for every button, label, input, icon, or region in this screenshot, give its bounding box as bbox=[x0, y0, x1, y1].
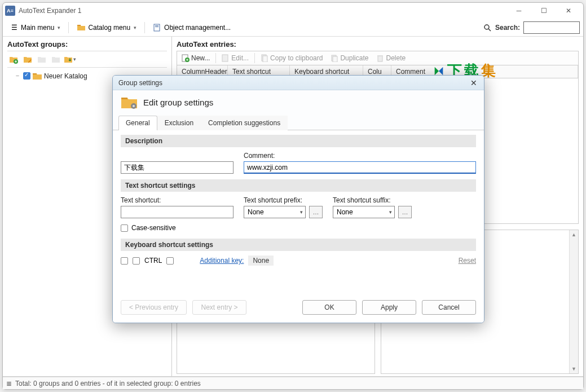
kb-check-1[interactable] bbox=[121, 257, 128, 265]
entries-heading: AutoText entries: bbox=[177, 40, 579, 49]
close-button[interactable]: ✕ bbox=[556, 3, 581, 19]
kb-check-2[interactable] bbox=[133, 257, 140, 265]
new-entry-button[interactable]: New... bbox=[178, 52, 213, 64]
edit-group-button[interactable] bbox=[21, 53, 34, 65]
dialog-heading: Edit group settings bbox=[143, 98, 213, 107]
main-menu[interactable]: ☰ Main menu ▾ bbox=[6, 21, 64, 34]
section-text-shortcut: Text shortcut settings bbox=[121, 179, 476, 192]
svg-point-19 bbox=[133, 105, 135, 107]
tree-item-label: Neuer Katalog bbox=[44, 72, 87, 80]
minimize-button[interactable]: ─ bbox=[506, 3, 531, 19]
dialog-body: Description . Comment: Text shortcut set… bbox=[113, 130, 484, 294]
additional-key-value: None bbox=[248, 256, 274, 266]
group-button-4[interactable] bbox=[50, 53, 62, 65]
ok-button[interactable]: OK bbox=[302, 300, 356, 315]
tab-completion[interactable]: Completion suggestions bbox=[201, 116, 288, 130]
object-management-label: Object management... bbox=[164, 24, 231, 32]
main-menu-label: Main menu bbox=[21, 24, 54, 32]
titlebar: A≡ AutoText Expander 1 ─ ☐ ✕ bbox=[3, 3, 583, 19]
group-settings-dialog: Group settings ✕ Edit group settings Gen… bbox=[112, 75, 484, 323]
groups-toolbar: ▾ bbox=[7, 51, 167, 68]
app-icon: A≡ bbox=[5, 6, 15, 16]
section-description: Description bbox=[121, 135, 476, 147]
delete-label: Delete bbox=[386, 54, 406, 62]
svg-point-4 bbox=[484, 25, 489, 29]
suffix-more-button[interactable]: … bbox=[398, 206, 412, 218]
menubar: ☰ Main menu ▾ Catalog menu ▾ Object mana… bbox=[3, 19, 583, 37]
svg-rect-12 bbox=[263, 56, 267, 62]
prefix-select[interactable]: None▾ bbox=[244, 206, 306, 218]
previous-entry-button[interactable]: < Previous entry bbox=[121, 300, 187, 315]
prefix-more-button[interactable]: … bbox=[309, 206, 323, 218]
additional-key-link[interactable]: Additional key: bbox=[200, 257, 244, 265]
tree-checkbox[interactable] bbox=[23, 72, 30, 80]
group-button-3[interactable] bbox=[36, 53, 48, 65]
dialog-title: Group settings bbox=[116, 79, 467, 87]
case-sensitive-checkbox[interactable] bbox=[121, 224, 128, 232]
status-text: Total: 0 groups and 0 entries - of it in… bbox=[15, 380, 201, 387]
svg-rect-15 bbox=[378, 56, 382, 61]
dialog-buttons: < Previous entry Next entry > OK Apply C… bbox=[113, 294, 484, 323]
catalog-menu[interactable]: Catalog menu ▾ bbox=[73, 21, 140, 34]
svg-rect-1 bbox=[154, 24, 160, 31]
description-input[interactable] bbox=[121, 161, 233, 174]
chevron-down-icon: ▾ bbox=[300, 209, 303, 215]
comment-label: Comment: bbox=[244, 152, 476, 160]
chevron-down-icon: ▾ bbox=[73, 56, 76, 62]
svg-rect-2 bbox=[155, 25, 158, 26]
reset-link[interactable]: Reset bbox=[459, 257, 476, 265]
case-sensitive-label: Case-sensitive bbox=[131, 224, 176, 232]
edit-entry-button[interactable]: Edit... bbox=[218, 52, 252, 64]
scroll-up-icon[interactable]: ▲ bbox=[570, 230, 578, 239]
object-icon bbox=[153, 23, 162, 32]
separator bbox=[68, 22, 69, 33]
chevron-down-icon: ▾ bbox=[134, 25, 136, 30]
text-shortcut-label: Text shortcut: bbox=[121, 196, 233, 204]
section-keyboard: Keyboard shortcut settings bbox=[121, 239, 476, 251]
scrollbar[interactable]: ▲ ▼ bbox=[569, 230, 578, 374]
catalog-menu-label: Catalog menu bbox=[88, 24, 130, 32]
duplicate-button[interactable]: Duplicate bbox=[327, 52, 372, 64]
apply-button[interactable]: Apply bbox=[362, 300, 416, 315]
dialog-close-button[interactable]: ✕ bbox=[467, 77, 481, 89]
catalog-icon bbox=[77, 23, 86, 32]
svg-rect-7 bbox=[33, 73, 37, 74]
group-export-button[interactable]: ▾ bbox=[64, 53, 76, 65]
dialog-tabs: General Exclusion Completion suggestions bbox=[113, 115, 484, 130]
svg-rect-3 bbox=[155, 27, 158, 27]
new-group-button[interactable] bbox=[7, 53, 20, 65]
suffix-value: None bbox=[337, 208, 353, 216]
hamburger-icon: ☰ bbox=[10, 23, 19, 32]
tab-general[interactable]: General bbox=[118, 116, 157, 130]
svg-line-5 bbox=[488, 29, 491, 31]
object-management[interactable]: Object management... bbox=[149, 21, 234, 34]
next-entry-button[interactable]: Next entry > bbox=[192, 300, 246, 315]
delete-button[interactable]: Delete bbox=[373, 52, 409, 64]
duplicate-label: Duplicate bbox=[340, 54, 368, 62]
tree-collapse-icon[interactable]: － bbox=[14, 71, 21, 81]
separator bbox=[144, 22, 145, 33]
svg-rect-17 bbox=[121, 98, 127, 99]
scroll-down-icon[interactable]: ▼ bbox=[570, 364, 578, 373]
dialog-header: Edit group settings bbox=[113, 90, 484, 115]
suffix-label: Text shortcut suffix: bbox=[333, 196, 412, 204]
dialog-titlebar: Group settings ✕ bbox=[113, 76, 484, 90]
window-title: AutoText Expander 1 bbox=[19, 7, 506, 15]
chevron-down-icon: ▾ bbox=[389, 209, 392, 215]
tab-exclusion[interactable]: Exclusion bbox=[157, 116, 201, 130]
groups-heading: AutoText groups: bbox=[7, 40, 167, 49]
new-entry-label: New... bbox=[191, 54, 210, 62]
svg-rect-10 bbox=[222, 55, 228, 61]
kb-check-3[interactable] bbox=[166, 257, 174, 265]
cancel-button[interactable]: Cancel bbox=[422, 300, 476, 315]
text-shortcut-input[interactable] bbox=[121, 206, 233, 218]
maximize-button[interactable]: ☐ bbox=[531, 3, 556, 19]
copy-clipboard-button[interactable]: Copy to clipboard bbox=[257, 52, 326, 64]
comment-input[interactable] bbox=[244, 161, 476, 174]
search-input[interactable] bbox=[523, 21, 580, 34]
chevron-down-icon: ▾ bbox=[58, 25, 60, 30]
folder-icon bbox=[33, 72, 42, 80]
status-icon: ≣ bbox=[6, 380, 12, 387]
edit-entry-label: Edit... bbox=[231, 54, 249, 62]
suffix-select[interactable]: None▾ bbox=[333, 206, 395, 218]
